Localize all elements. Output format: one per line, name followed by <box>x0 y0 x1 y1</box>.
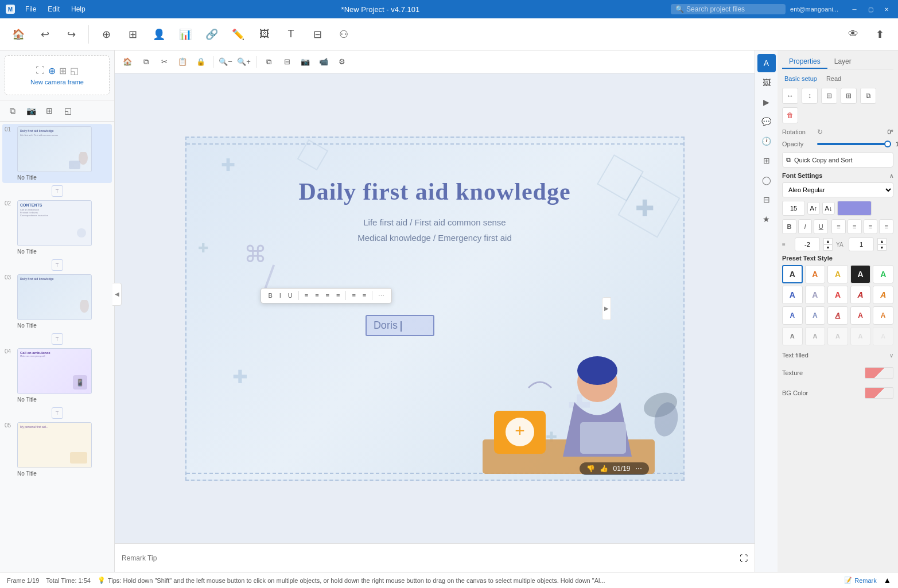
font-name-select[interactable]: Aleo Regular <box>782 182 893 197</box>
tab-properties[interactable]: Properties <box>782 55 827 69</box>
text-bold-button[interactable]: B <box>782 219 796 234</box>
fmt-align-right[interactable]: ≡ <box>324 291 332 300</box>
texture-swatch[interactable] <box>865 367 893 379</box>
align-transform-button[interactable]: ⊞ <box>841 88 857 104</box>
shape-library-button[interactable]: ◯ <box>757 171 776 189</box>
flip-h-button[interactable]: ↔ <box>782 88 798 104</box>
align-right-button[interactable]: ≡ <box>864 219 878 234</box>
link-button[interactable]: 🔗 <box>200 23 223 46</box>
camera-frame-box[interactable]: ⛶ ⊕ ⊞ ◱ New camera frame <box>5 55 110 95</box>
align-button[interactable]: ⧉ <box>261 54 277 70</box>
paste-canvas-button[interactable]: 📋 <box>174 54 191 70</box>
person-button[interactable]: 👤 <box>147 23 170 46</box>
slide-item-4[interactable]: 04 Call an ambulance Make an emergency c… <box>2 346 112 405</box>
char-spacing-up[interactable]: ▲ <box>877 238 887 244</box>
zoom-out-button[interactable]: 🔍− <box>217 54 234 70</box>
pencil-button[interactable]: ✏️ <box>227 23 250 46</box>
text-input-box[interactable]: Doris <box>366 315 434 336</box>
panel-copy-button[interactable]: ⧉ <box>5 103 21 119</box>
preset-14[interactable]: A <box>850 306 871 325</box>
lock-canvas-button[interactable]: 🔒 <box>193 54 209 70</box>
close-button[interactable]: ✕ <box>880 2 893 16</box>
media-icon-button[interactable]: 🖼 <box>757 73 776 92</box>
delete-button[interactable]: 🗑 <box>782 107 798 123</box>
text-underline-button[interactable]: U <box>814 219 828 234</box>
preset-20[interactable]: A <box>873 327 893 345</box>
preset-11[interactable]: A <box>782 306 803 325</box>
fmt-more[interactable]: ⋯ <box>376 291 387 301</box>
canvas-right-collapse[interactable]: ▶ <box>602 297 611 320</box>
crop-button[interactable]: ⊟ <box>821 88 837 104</box>
maximize-button[interactable]: ▢ <box>864 2 877 16</box>
preset-15[interactable]: A <box>873 306 893 325</box>
preset-3[interactable]: A <box>827 265 848 283</box>
quick-copy-sort-button[interactable]: ⧉ Quick Copy and Sort <box>782 152 893 168</box>
slide-item-5[interactable]: 05 My personal first aid... No Title <box>2 420 112 479</box>
layout-button[interactable]: ⊟ <box>306 23 329 46</box>
home-button[interactable]: 🏠 <box>7 23 30 46</box>
minimize-button[interactable]: ─ <box>848 2 861 16</box>
preset-7[interactable]: A <box>805 286 826 304</box>
home-canvas-button[interactable]: 🏠 <box>119 54 135 70</box>
panel-collapse-button[interactable]: ◀ <box>112 283 115 306</box>
image-button[interactable]: 🖼 <box>253 23 276 46</box>
fmt-italic[interactable]: I <box>277 291 283 300</box>
char-spacing-input[interactable] <box>849 237 874 251</box>
animation-icon-button[interactable]: ▶ <box>757 93 776 111</box>
fmt-bold[interactable]: B <box>266 291 274 300</box>
subtab-read[interactable]: Read <box>824 74 843 83</box>
fmt-justify[interactable]: ≡ <box>334 291 342 300</box>
align-justify-button[interactable]: ≡ <box>879 219 893 234</box>
slide-item-1[interactable]: 01 Daily first aid knowledge Life first … <box>2 124 112 183</box>
fmt-list-ordered[interactable]: ≡ <box>349 291 357 300</box>
bg-color-swatch[interactable] <box>865 387 893 399</box>
preset-17[interactable]: A <box>805 327 826 345</box>
font-size-increase-btn[interactable]: A↑ <box>807 202 820 215</box>
preset-13[interactable]: A <box>827 306 848 325</box>
fmt-list-unordered[interactable]: ≡ <box>360 291 368 300</box>
preset-19[interactable]: A <box>850 327 871 345</box>
screenshot-button[interactable]: 📷 <box>297 54 313 70</box>
status-remark-button[interactable]: 📝 Remark <box>844 577 877 584</box>
preset-5[interactable]: A <box>873 265 893 283</box>
properties-icon-button[interactable]: A <box>757 54 776 72</box>
text-italic-button[interactable]: I <box>798 219 813 234</box>
star-icon-button[interactable]: ★ <box>757 210 776 228</box>
preset-1[interactable]: A <box>782 265 803 283</box>
font-color-swatch[interactable] <box>837 201 872 216</box>
add-scene-button[interactable]: ⊕ <box>95 23 118 46</box>
cut-canvas-button[interactable]: ✂ <box>156 54 172 70</box>
panel-select-button[interactable]: ⊞ <box>41 103 57 119</box>
menu-help[interactable]: Help <box>67 4 90 14</box>
table-button[interactable]: ⊞ <box>121 23 144 46</box>
subtab-basic-setup[interactable]: Basic setup <box>782 74 819 83</box>
font-size-input[interactable] <box>782 201 805 216</box>
search-box[interactable]: 🔍 <box>671 4 786 14</box>
comment-icon-button[interactable]: 💬 <box>757 112 776 131</box>
zoom-in-button[interactable]: 🔍+ <box>236 54 252 70</box>
search-input[interactable] <box>686 5 767 13</box>
grid-icon-button[interactable]: ⊞ <box>757 151 776 170</box>
preset-16[interactable]: A <box>782 327 803 345</box>
preset-2[interactable]: A <box>805 265 826 283</box>
duplicate-button[interactable]: ⧉ <box>860 88 876 104</box>
remark-expand-button[interactable]: ⛶ <box>740 554 748 563</box>
copy-canvas-button[interactable]: ⧉ <box>138 54 154 70</box>
chart-button[interactable]: 📊 <box>174 23 197 46</box>
align-left-button[interactable]: ≡ <box>831 219 846 234</box>
preset-9[interactable]: A <box>850 286 871 304</box>
undo-button[interactable]: ↩ <box>33 23 56 46</box>
text-button[interactable]: T <box>279 23 302 46</box>
view-button[interactable]: 👁 <box>842 23 865 46</box>
clock-icon-button[interactable]: 🕐 <box>757 132 776 150</box>
collapse-bottom-button[interactable]: ▲ <box>884 576 891 585</box>
fmt-underline[interactable]: U <box>286 291 295 300</box>
remark-input[interactable] <box>122 554 735 562</box>
align-center-button[interactable]: ≡ <box>848 219 862 234</box>
record-button[interactable]: 📹 <box>316 54 332 70</box>
slide-item-3[interactable]: 03 Daily first aid knowledge No Titl <box>2 272 112 331</box>
distribute-button[interactable]: ⊟ <box>279 54 295 70</box>
flip-v-button[interactable]: ↕ <box>802 88 818 104</box>
share-button[interactable]: ⬆ <box>868 23 891 46</box>
preset-6[interactable]: A <box>782 286 803 304</box>
